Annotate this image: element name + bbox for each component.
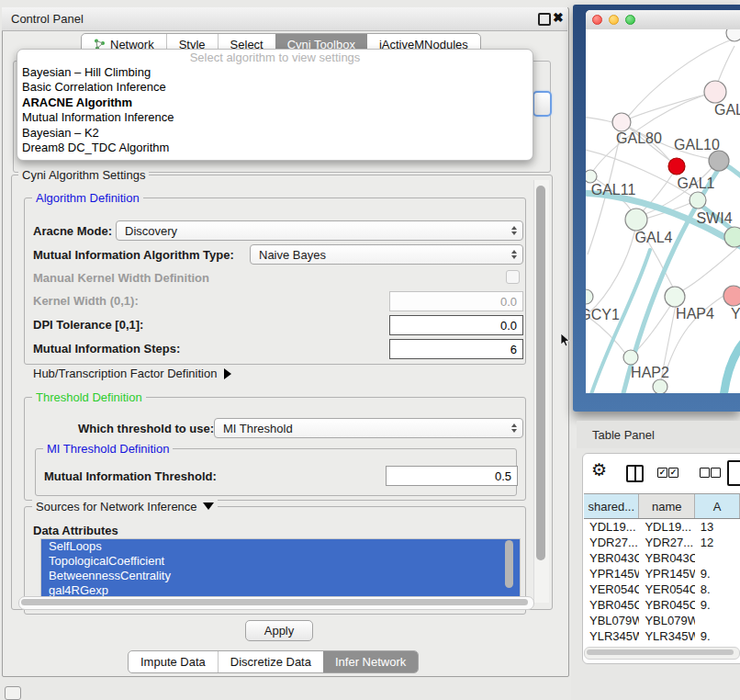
mi-steps-label: Mutual Information Steps:: [33, 342, 180, 356]
network-node-gcy1[interactable]: [586, 289, 593, 304]
column-visibility-icon[interactable]: [626, 465, 644, 482]
table-row[interactable]: YER054CYER054C8.: [584, 581, 740, 597]
table-row[interactable]: YDL19...YDL19...13: [584, 519, 740, 535]
gear-icon[interactable]: ⚙: [591, 459, 607, 480]
network-node-y[interactable]: [723, 286, 740, 306]
control-panel-title: Control Panel: [11, 12, 84, 26]
settings-hscroll-thumb[interactable]: [21, 599, 528, 605]
network-node[interactable]: [726, 29, 740, 41]
algorithm-option-aracne-algorithm[interactable]: ARACNE Algorithm: [17, 96, 533, 110]
network-node-hap4[interactable]: [665, 287, 685, 307]
control-panel-titlebar[interactable]: [2, 7, 567, 31]
zoom-traffic-light-icon[interactable]: [625, 15, 635, 25]
float-window-icon[interactable]: [538, 13, 551, 26]
table-cell: YPR145W: [584, 566, 639, 581]
mi-steps-input[interactable]: [389, 339, 523, 359]
aracne-mode-select[interactable]: Discovery: [116, 220, 523, 241]
network-view-frame: GALGAL80GAL10GAL11GAL1GAL4SWI4GCY1HAP4YH…: [586, 10, 740, 393]
network-node[interactable]: [653, 379, 667, 393]
tab-discretize-data[interactable]: Discretize Data: [218, 651, 323, 672]
select-all-check-icon[interactable]: ✓: [668, 468, 678, 478]
table-cell: YER054C: [639, 581, 694, 597]
dpi-tolerance-input[interactable]: [389, 315, 523, 335]
which-threshold-select[interactable]: MI Threshold: [214, 418, 523, 438]
tab-infer-network[interactable]: Infer Network: [323, 651, 418, 672]
close-traffic-light-icon[interactable]: [592, 15, 602, 25]
table-panel-titlebar: Table Panel: [577, 421, 740, 449]
attribute-item-betweennesscentrality[interactable]: BetweennessCentrality: [41, 569, 520, 583]
attribute-item-selfloops[interactable]: SelfLoops: [41, 539, 520, 554]
algorithm-option-basic-correlation-inference[interactable]: Basic Correlation Inference: [17, 80, 533, 95]
deselect-all-icon[interactable]: [700, 468, 710, 478]
network-node-gal11[interactable]: [586, 170, 597, 183]
table-cell: YDR27...: [639, 535, 694, 550]
table-cell: 8.: [695, 581, 740, 597]
minimized-panel-icon[interactable]: [5, 686, 21, 700]
aracne-mode-label: Aracne Mode:: [33, 224, 112, 238]
network-view-titlebar[interactable]: [586, 10, 740, 30]
node-label-swi4: SWI4: [696, 210, 732, 226]
node-label-y: Y: [731, 306, 740, 322]
table-cell: 12: [695, 535, 740, 550]
algorithm-option-bayesian-hill-climbing[interactable]: Bayesian – Hill Climbing: [17, 65, 533, 80]
table-row[interactable]: YPR145WYPR145W9.: [584, 566, 740, 581]
apply-button[interactable]: Apply: [245, 620, 313, 641]
settings-vscroll-thumb[interactable]: [536, 186, 545, 560]
table-cell: YBR045C: [584, 597, 639, 613]
table-row[interactable]: YLR345WYLR345W9.: [584, 628, 740, 644]
export-table-icon[interactable]: [727, 460, 740, 486]
network-canvas[interactable]: GALGAL80GAL10GAL11GAL1GAL4SWI4GCY1HAP4YH…: [586, 29, 740, 393]
network-node-swi4[interactable]: [724, 227, 740, 247]
attribute-list: SelfLoopsTopologicalCoefficientBetweenne…: [40, 538, 521, 599]
table-cell: 13: [695, 519, 740, 535]
mi-threshold-input[interactable]: [386, 466, 518, 486]
network-node-gal80[interactable]: [612, 113, 631, 131]
table-cell: YLR345W: [639, 628, 694, 644]
column-header-a[interactable]: A: [695, 494, 740, 518]
attribute-item-topologicalcoefficient[interactable]: TopologicalCoefficient: [41, 554, 520, 569]
algorithm-option-mutual-information-inference[interactable]: Mutual Information Inference: [17, 110, 533, 125]
mi-threshold-label: Mutual Information Threshold:: [44, 469, 217, 483]
settings-hscroll-track: [18, 596, 534, 610]
stepper-icon: [511, 250, 517, 259]
table-row[interactable]: YBR045CYBR045C9.: [584, 597, 740, 613]
table-row[interactable]: YDR27...YDR27...12: [584, 535, 740, 550]
tab-impute-data[interactable]: Impute Data: [129, 651, 218, 672]
column-header-shared[interactable]: shared...: [584, 494, 639, 518]
table-cell: [695, 550, 740, 566]
attribute-list-scrollbar[interactable]: [505, 540, 513, 588]
network-node[interactable]: [668, 158, 685, 175]
stepper-icon: [511, 226, 517, 235]
network-node-gal1[interactable]: [690, 192, 706, 209]
table-header-row: shared...nameA: [584, 493, 740, 519]
deselect-all-icon[interactable]: [711, 468, 721, 478]
manual-kernel-checkbox[interactable]: [506, 270, 520, 284]
settings-group-title: Cyni Algorithm Settings: [18, 168, 149, 182]
algorithm-list: Bayesian – Hill ClimbingBasic Correlatio…: [17, 65, 533, 155]
table-row[interactable]: YBL079WYBL079W: [584, 613, 740, 628]
table-row[interactable]: YBR043CYBR043C: [584, 550, 740, 566]
close-icon[interactable]: ✖: [553, 10, 564, 25]
sources-group-title[interactable]: Sources for Network Inference: [32, 500, 218, 514]
algorithm-dropdown-prompt: Select algorithm to view settings: [17, 50, 533, 65]
network-node-gal[interactable]: [704, 81, 726, 103]
table-cell: 9.: [695, 566, 740, 581]
column-header-name[interactable]: name: [639, 494, 694, 518]
apply-button-label: Apply: [264, 624, 295, 638]
node-label-hap2: HAP2: [631, 365, 669, 380]
network-node-hap2[interactable]: [623, 350, 638, 365]
minimize-traffic-light-icon[interactable]: [609, 15, 619, 25]
table-hscroll-thumb[interactable]: [587, 649, 734, 655]
table-cell: YBL079W: [639, 613, 694, 628]
algorithm-option-dream8-dc-tdc-algorithm[interactable]: Dream8 DC_TDC Algorithm: [17, 141, 533, 155]
select-all-check-icon[interactable]: ✓: [657, 468, 667, 478]
algorithm-combo-fragment[interactable]: [533, 91, 552, 117]
network-node-gal10[interactable]: [709, 151, 729, 171]
kernel-width-input[interactable]: [389, 291, 523, 311]
algorithm-option-bayesian-k2[interactable]: Bayesian – K2: [17, 126, 533, 141]
network-node-gal4[interactable]: [625, 209, 647, 231]
table-panel-title: Table Panel: [592, 428, 655, 442]
mi-type-select[interactable]: Naive Bayes: [250, 244, 523, 265]
table-cell: YBR043C: [584, 550, 639, 566]
hub-definition-toggle[interactable]: Hub/Transcription Factor Definition: [33, 367, 231, 380]
